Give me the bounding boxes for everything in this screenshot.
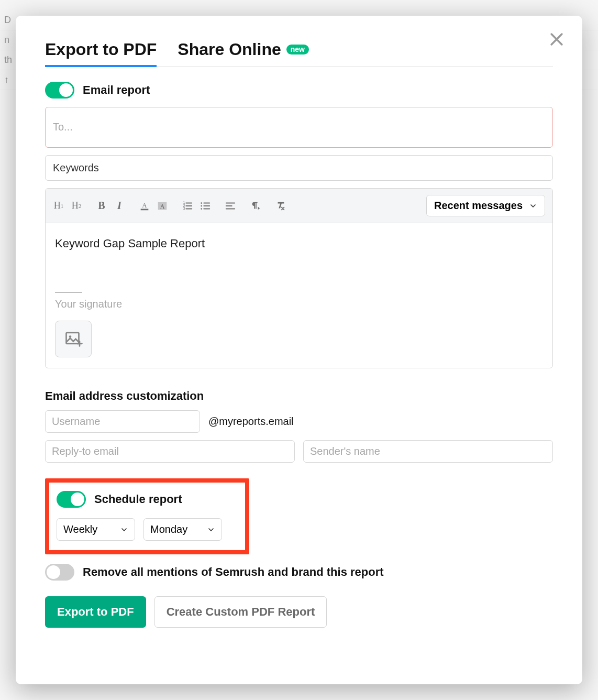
reply-to-input[interactable] xyxy=(45,440,295,463)
svg-text:3: 3 xyxy=(183,206,185,210)
recent-messages-label: Recent messages xyxy=(434,200,523,212)
chevron-down-icon xyxy=(207,526,215,534)
svg-text:A: A xyxy=(142,201,147,209)
chevron-down-icon xyxy=(529,202,537,210)
clear-formatting-icon[interactable] xyxy=(275,200,286,212)
export-modal: Export to PDF Share Online new Email rep… xyxy=(16,16,582,684)
email-report-toggle[interactable] xyxy=(45,82,74,99)
signature-placeholder: Your signature xyxy=(55,298,543,310)
create-custom-report-button[interactable]: Create Custom PDF Report xyxy=(154,596,327,628)
brand-label: Remove all mentions of Semrush and brand… xyxy=(83,565,384,579)
editor-toolbar: H1 H2 B I A A 123 xyxy=(46,189,552,223)
svg-text:A: A xyxy=(160,202,165,210)
username-input[interactable] xyxy=(45,410,200,433)
text-color-icon[interactable]: A xyxy=(139,200,150,212)
schedule-day-select[interactable]: Monday xyxy=(143,518,222,541)
svg-point-9 xyxy=(201,208,202,210)
message-editor: H1 H2 B I A A 123 xyxy=(45,188,553,368)
editor-content: Keyword Gap Sample Report xyxy=(55,237,543,250)
sender-name-input[interactable] xyxy=(303,440,553,463)
italic-icon[interactable]: I xyxy=(114,200,125,212)
create-custom-label: Create Custom PDF Report xyxy=(167,605,315,618)
close-icon xyxy=(548,30,566,48)
schedule-frequency-select[interactable]: Weekly xyxy=(57,518,135,541)
chevron-down-icon xyxy=(120,526,128,534)
brand-toggle-row: Remove all mentions of Semrush and brand… xyxy=(45,564,553,581)
tab-export-pdf[interactable]: Export to PDF xyxy=(45,40,157,67)
email-report-label: Email report xyxy=(83,83,150,97)
schedule-day-value: Monday xyxy=(150,523,187,535)
to-input[interactable] xyxy=(45,107,553,148)
tab-export-label: Export to PDF xyxy=(45,40,157,59)
subject-input[interactable] xyxy=(45,155,553,181)
highlight-icon[interactable]: A xyxy=(157,200,168,212)
unordered-list-icon[interactable] xyxy=(200,200,211,212)
direction-icon[interactable] xyxy=(250,200,261,212)
h1-icon[interactable]: H1 xyxy=(53,200,64,212)
export-pdf-button[interactable]: Export to PDF xyxy=(45,596,146,628)
recent-messages-button[interactable]: Recent messages xyxy=(426,195,545,216)
tab-share-online[interactable]: Share Online new xyxy=(178,40,309,67)
signature-divider xyxy=(55,292,82,293)
new-badge: new xyxy=(286,45,309,54)
export-pdf-label: Export to PDF xyxy=(57,605,134,618)
svg-point-8 xyxy=(201,205,202,206)
schedule-report-block: Schedule report Weekly Monday xyxy=(45,478,249,554)
close-button[interactable] xyxy=(548,30,566,48)
email-domain: @myreports.email xyxy=(208,415,294,428)
email-report-toggle-row: Email report xyxy=(45,82,553,99)
modal-tabs: Export to PDF Share Online new xyxy=(45,40,553,67)
editor-body[interactable]: Keyword Gap Sample Report Your signature xyxy=(46,223,552,368)
image-icon xyxy=(64,330,83,348)
svg-point-7 xyxy=(201,202,202,204)
email-custom-title: Email address customization xyxy=(45,389,553,403)
bold-icon[interactable]: B xyxy=(96,200,107,212)
schedule-frequency-value: Weekly xyxy=(63,523,97,535)
brand-toggle[interactable] xyxy=(45,564,74,581)
tab-share-label: Share Online xyxy=(178,40,281,59)
svg-rect-10 xyxy=(67,333,79,344)
action-buttons: Export to PDF Create Custom PDF Report xyxy=(45,596,553,628)
h2-icon[interactable]: H2 xyxy=(71,200,82,212)
schedule-report-toggle[interactable] xyxy=(57,491,86,508)
svg-rect-1 xyxy=(141,209,149,210)
align-icon[interactable] xyxy=(225,200,236,212)
schedule-report-label: Schedule report xyxy=(94,493,182,506)
ordered-list-icon[interactable]: 123 xyxy=(182,200,193,212)
insert-image-button[interactable] xyxy=(55,321,92,357)
